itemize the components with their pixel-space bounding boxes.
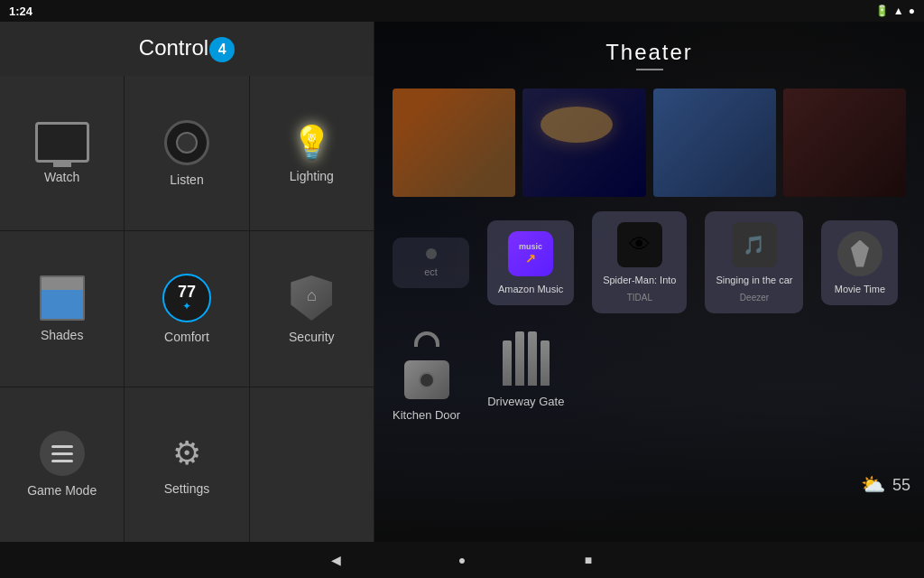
signal-icon: ● — [909, 5, 915, 17]
lock-body — [404, 360, 449, 399]
grid-item-gamemode[interactable]: Game Mode — [0, 387, 124, 542]
theater-content: Theater ect music ↗ Amazon Music — [374, 22, 924, 542]
comfort-label: Comfort — [164, 330, 209, 344]
line-1 — [51, 445, 73, 448]
grid-item-shades[interactable]: Shades — [0, 231, 124, 386]
gate-bar-1 — [503, 340, 512, 386]
comfort-icon: 77 ✦ — [162, 274, 211, 322]
theater-title: Theater — [393, 40, 906, 65]
hamburger-lines — [51, 445, 73, 462]
left-panel: Control4 Watch Listen 💡 Lighting Shades … — [0, 22, 374, 542]
apps-row: ect music ↗ Amazon Music 👁 Spider-Man: I… — [393, 211, 906, 313]
home-button[interactable]: ● — [453, 551, 471, 569]
app-spiderman[interactable]: 👁 Spider-Man: Into TIDAL — [592, 211, 687, 313]
movietime-figure — [851, 240, 869, 267]
thumbnail-4[interactable] — [783, 89, 906, 197]
comfort-star: ✦ — [182, 300, 191, 312]
title-underline — [636, 69, 663, 70]
shades-label: Shades — [41, 328, 83, 342]
menu-grid: Watch Listen 💡 Lighting Shades 77 ✦ Comf… — [0, 76, 374, 542]
app-amazon-music[interactable]: music ↗ Amazon Music — [487, 220, 574, 305]
right-panel: Theater ect music ↗ Amazon Music — [374, 22, 924, 542]
gate-bar-2 — [515, 331, 524, 386]
kitchen-door-card[interactable]: Kitchen Door — [393, 331, 460, 422]
grid-item-lighting[interactable]: 💡 Lighting — [250, 76, 374, 230]
movietime-name: Movie Time — [835, 284, 885, 294]
listen-label: Listen — [170, 172, 203, 187]
line-2 — [51, 452, 73, 455]
kitchen-door-label: Kitchen Door — [393, 408, 460, 422]
logo-4: 4 — [209, 37, 235, 62]
status-icons: 🔋 ▲ ● — [875, 5, 915, 17]
kitchen-door-icon — [395, 331, 458, 399]
nav-bar: ◀ ● ■ — [0, 542, 924, 578]
thumbnail-2[interactable] — [522, 89, 645, 197]
grid-item-watch[interactable]: Watch — [0, 76, 124, 230]
wifi-icon: ▲ — [893, 5, 904, 17]
app-singing[interactable]: 🎵 Singing in the car Deezer — [705, 211, 803, 313]
back-button[interactable]: ◀ — [327, 551, 345, 569]
status-time: 1:24 — [9, 5, 32, 18]
gamemode-icon — [40, 431, 85, 476]
singing-name: Singing in the car — [716, 275, 792, 285]
line-3 — [51, 460, 73, 462]
amazon-music-name: Amazon Music — [498, 284, 563, 294]
connect-dot — [426, 248, 437, 259]
comfort-temp: 77 — [178, 284, 196, 300]
thumbnail-3[interactable] — [653, 89, 776, 197]
connect-button[interactable]: ect — [393, 238, 469, 288]
grid-item-empty — [250, 387, 374, 542]
lock-shackle — [414, 331, 439, 347]
watch-label: Watch — [44, 170, 79, 184]
recent-button[interactable]: ■ — [579, 551, 597, 569]
shades-icon — [40, 275, 85, 321]
gamemode-label: Game Mode — [27, 483, 97, 498]
grid-item-security[interactable]: Security — [250, 231, 374, 386]
grid-item-listen[interactable]: Listen — [125, 76, 248, 230]
security-icon — [289, 274, 334, 322]
logo-text: Control4 — [139, 35, 235, 62]
spiderman-sub: TIDAL — [627, 293, 652, 303]
security-label: Security — [289, 330, 335, 344]
thumbnail-1[interactable] — [393, 89, 515, 197]
shield-shape — [291, 275, 332, 321]
driveway-gate-label: Driveway Gate — [487, 395, 564, 408]
settings-label: Settings — [164, 481, 210, 496]
gate-bar-3 — [528, 331, 537, 386]
status-bar: 1:24 🔋 ▲ ● — [0, 0, 924, 22]
watch-icon — [35, 122, 89, 163]
gate-bar-4 — [541, 340, 550, 386]
lighting-label: Lighting — [290, 169, 334, 183]
lighting-icon: 💡 — [291, 124, 332, 162]
connect-label: ect — [424, 266, 438, 277]
movietime-icon — [837, 231, 882, 276]
locks-row: Kitchen Door Driveway Gate — [393, 331, 906, 422]
driveway-gate-icon — [494, 331, 558, 386]
driveway-gate-card[interactable]: Driveway Gate — [487, 331, 564, 408]
spiderman-name: Spider-Man: Into — [603, 275, 676, 285]
amazon-music-icon: music ↗ — [508, 231, 553, 276]
spiderman-icon: 👁 — [617, 222, 662, 267]
app-movietime[interactable]: Movie Time — [821, 220, 898, 305]
grid-item-comfort[interactable]: 77 ✦ Comfort — [125, 231, 248, 386]
battery-icon: 🔋 — [875, 5, 889, 17]
settings-icon: ⚙ — [166, 433, 208, 474]
singing-icon: 🎵 — [732, 222, 777, 267]
top-thumbnails — [393, 89, 906, 197]
logo-area: Control4 — [0, 22, 374, 76]
singing-sub: Deezer — [740, 293, 769, 303]
listen-icon — [164, 120, 209, 165]
grid-item-settings[interactable]: ⚙ Settings — [125, 387, 248, 542]
